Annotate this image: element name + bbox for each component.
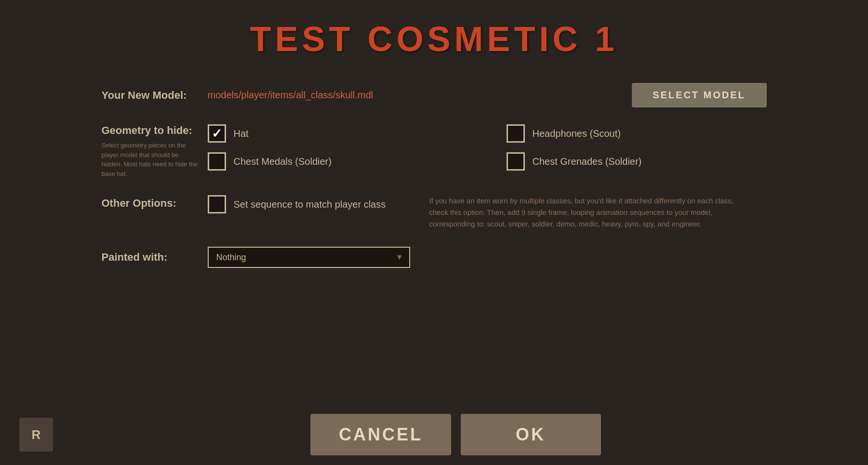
ok-button[interactable]: OK	[461, 414, 601, 455]
geometry-section: Geometry to hide: Select geometry pieces…	[102, 124, 767, 178]
painted-section: Painted with: Nothing	[102, 247, 767, 268]
checkbox-hat-box[interactable]	[208, 124, 226, 143]
select-model-button[interactable]: SELECT MODEL	[632, 83, 767, 107]
checkbox-hat[interactable]: Hat	[208, 124, 468, 143]
geometry-description: Select geometry pieces on the player mod…	[102, 141, 198, 178]
other-options-checkbox-area[interactable]: Set sequence to match player class	[208, 195, 410, 213]
model-label: Your New Model:	[102, 89, 208, 102]
checkbox-chest-medals-box[interactable]	[208, 152, 226, 171]
checkbox-chest-grenades-label: Chest Grenades (Soldier)	[533, 156, 642, 167]
geometry-title: Geometry to hide:	[102, 124, 208, 137]
geometry-grid: Hat Headphones (Scout) Chest Medals (Sol…	[208, 124, 767, 171]
other-options-description: If you have an item worn by multiple cla…	[429, 195, 743, 230]
geometry-left: Geometry to hide: Select geometry pieces…	[102, 124, 208, 178]
checkbox-chest-medals-label: Chest Medals (Soldier)	[234, 156, 332, 167]
r-button[interactable]: R	[19, 418, 53, 452]
other-options-checkbox-label: Set sequence to match player class	[234, 199, 386, 210]
other-options-section: Other Options: Set sequence to match pla…	[102, 195, 767, 230]
other-options-content: Set sequence to match player class If yo…	[208, 195, 767, 230]
model-path: models/player/items/all_class/skull.mdl	[208, 90, 632, 101]
checkbox-headphones-box[interactable]	[507, 124, 525, 143]
other-options-title: Other Options:	[102, 195, 208, 210]
checkbox-hat-label: Hat	[234, 128, 249, 139]
checkbox-headphones[interactable]: Headphones (Scout)	[507, 124, 767, 143]
checkbox-chest-medals[interactable]: Chest Medals (Soldier)	[208, 152, 468, 171]
model-row: Your New Model: models/player/items/all_…	[102, 83, 767, 107]
cancel-button[interactable]: CANCEL	[310, 414, 451, 455]
other-options-left: Other Options:	[102, 195, 208, 210]
other-options-checkbox-box[interactable]	[208, 195, 226, 213]
checkbox-chest-grenades[interactable]: Chest Grenades (Soldier)	[507, 152, 767, 171]
checkbox-chest-grenades-box[interactable]	[507, 152, 525, 171]
painted-select[interactable]: Nothing	[208, 247, 410, 268]
page-title: TEST COSMETIC 1	[102, 19, 767, 59]
painted-label: Painted with:	[102, 251, 208, 264]
checkbox-headphones-label: Headphones (Scout)	[533, 128, 621, 139]
painted-select-wrapper: Nothing	[208, 247, 410, 268]
bottom-bar: R CANCEL OK	[0, 404, 868, 465]
